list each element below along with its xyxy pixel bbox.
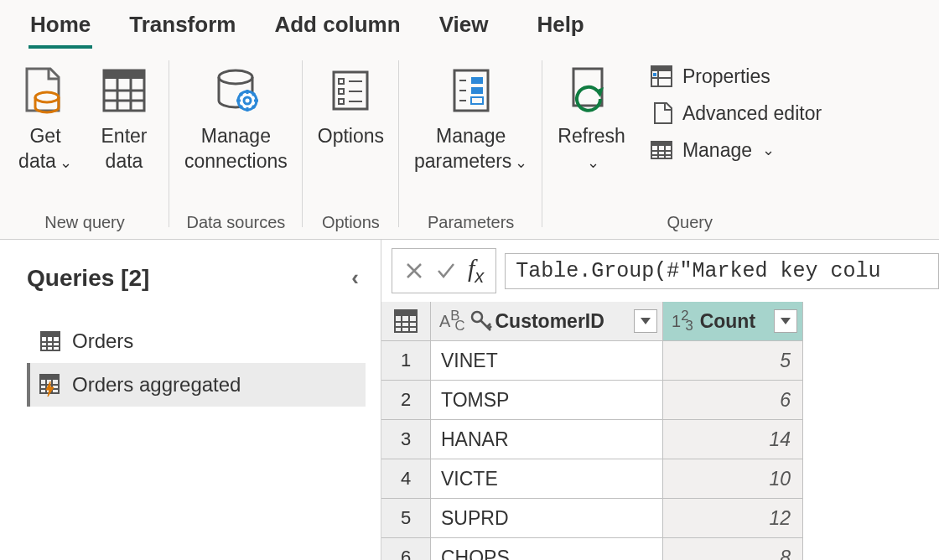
data-preview: fx Table.Group(#"Marked key colu ABC Cus… xyxy=(381,240,939,560)
queries-pane: Queries [2] ‹ Orders Orders aggregated xyxy=(0,240,381,560)
row-number: 3 xyxy=(381,419,431,459)
table-aggregated-icon xyxy=(37,371,64,398)
cell-count[interactable]: 8 xyxy=(662,537,803,560)
manage-query-button[interactable]: Manage⌄ xyxy=(642,134,827,166)
query-item-orders-aggregated[interactable]: Orders aggregated xyxy=(27,363,366,407)
table-icon xyxy=(37,328,64,355)
fx-icon: fx xyxy=(468,254,484,288)
group-data-sources: Manageconnections Data sources xyxy=(169,49,303,239)
group-new-query: Getdata⌄ Enterdata New query xyxy=(0,49,169,239)
properties-icon xyxy=(647,62,676,91)
cell-count[interactable]: 5 xyxy=(662,340,803,381)
column-header-customerid[interactable]: ABC CustomerID xyxy=(430,302,663,341)
advanced-editor-icon xyxy=(647,99,676,127)
chevron-down-icon: ⌄ xyxy=(60,154,72,171)
ribbon: Getdata⌄ Enterdata New query Manageconne… xyxy=(0,49,939,240)
tab-help[interactable]: Help xyxy=(535,5,585,49)
group-label-options: Options xyxy=(322,213,380,236)
cell-customerid[interactable]: VINET xyxy=(430,340,663,381)
cancel-formula-button[interactable] xyxy=(404,261,424,281)
ribbon-tabs: Home Transform Add column View Help xyxy=(0,0,939,49)
get-data-icon xyxy=(15,60,75,121)
row-number: 6 xyxy=(381,537,431,560)
filter-count-button[interactable] xyxy=(774,309,797,333)
chevron-down-icon: ⌄ xyxy=(515,154,527,171)
options-button[interactable]: Options xyxy=(313,57,389,153)
enter-data-button[interactable]: Enterdata xyxy=(89,57,159,178)
group-parameters: Manageparameters⌄ Parameters xyxy=(399,49,542,239)
table-row[interactable]: 1VINET5 xyxy=(381,341,939,381)
cell-customerid[interactable]: VICTE xyxy=(430,459,663,499)
preview-grid: ABC CustomerID 123 Count 1VINET52TOMSP63… xyxy=(381,302,939,560)
cell-customerid[interactable]: HANAR xyxy=(430,419,663,459)
table-row[interactable]: 3HANAR14 xyxy=(381,420,939,459)
manage-connections-icon xyxy=(205,60,266,121)
table-row[interactable]: 6CHOPS8 xyxy=(381,538,939,560)
group-label-query: Query xyxy=(667,213,713,236)
table-row[interactable]: 4VICTE10 xyxy=(381,459,939,499)
tab-transform[interactable]: Transform xyxy=(127,5,237,49)
formula-bar: fx Table.Group(#"Marked key colu xyxy=(381,240,939,302)
column-header-count[interactable]: 123 Count xyxy=(662,302,803,341)
query-list: Orders Orders aggregated xyxy=(27,319,366,407)
queries-pane-title: Queries [2] xyxy=(27,265,149,292)
tab-view[interactable]: View xyxy=(438,5,490,49)
row-number: 4 xyxy=(381,459,431,499)
group-label-new-query: New query xyxy=(44,213,125,236)
row-number: 1 xyxy=(381,340,431,381)
key-icon xyxy=(470,310,492,332)
query-item-orders[interactable]: Orders xyxy=(27,319,366,363)
manage-parameters-button[interactable]: Manageparameters⌄ xyxy=(409,57,532,178)
refresh-icon xyxy=(562,60,622,121)
group-options: Options Options xyxy=(303,49,399,239)
collapse-queries-button[interactable]: ‹ xyxy=(345,262,366,294)
parameters-icon xyxy=(441,60,501,121)
properties-button[interactable]: Properties xyxy=(642,60,827,92)
cell-count[interactable]: 14 xyxy=(662,419,803,459)
row-number: 2 xyxy=(381,380,431,420)
formula-input[interactable]: Table.Group(#"Marked key colu xyxy=(505,253,939,289)
row-number: 5 xyxy=(381,498,431,538)
commit-formula-button[interactable] xyxy=(436,261,456,281)
cell-customerid[interactable]: TOMSP xyxy=(430,380,663,420)
chevron-down-icon: ⌄ xyxy=(587,154,599,171)
cell-customerid[interactable]: SUPRD xyxy=(430,498,663,538)
cell-count[interactable]: 12 xyxy=(662,498,803,538)
group-query: Refresh⌄ Properties Advanced editor Mana… xyxy=(542,49,837,239)
group-label-parameters: Parameters xyxy=(428,213,514,236)
tab-add-column[interactable]: Add column xyxy=(272,5,402,49)
table-row[interactable]: 2TOMSP6 xyxy=(381,381,939,420)
tab-home[interactable]: Home xyxy=(29,5,92,49)
advanced-editor-button[interactable]: Advanced editor xyxy=(642,97,827,129)
chevron-down-icon: ⌄ xyxy=(762,141,775,159)
grid-corner-button[interactable] xyxy=(381,302,431,341)
refresh-button[interactable]: Refresh⌄ xyxy=(553,57,630,178)
options-icon xyxy=(320,60,381,121)
cell-count[interactable]: 6 xyxy=(662,380,803,420)
manage-connections-button[interactable]: Manageconnections xyxy=(179,57,293,178)
manage-icon xyxy=(647,136,676,164)
group-label-data-sources: Data sources xyxy=(186,213,285,236)
filter-customerid-button[interactable] xyxy=(634,309,657,333)
cell-customerid[interactable]: CHOPS xyxy=(430,537,663,560)
table-row[interactable]: 5SUPRD12 xyxy=(381,499,939,538)
enter-data-icon xyxy=(94,60,154,121)
get-data-button[interactable]: Getdata⌄ xyxy=(10,57,80,178)
cell-count[interactable]: 10 xyxy=(662,459,803,499)
